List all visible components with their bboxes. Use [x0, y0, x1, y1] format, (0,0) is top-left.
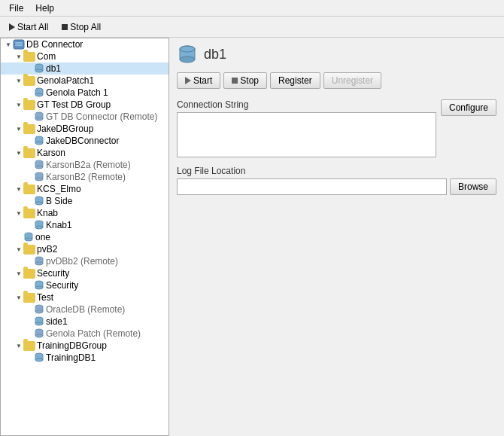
expand-btn-trainingdbgroup[interactable]: ▼	[14, 341, 23, 350]
start-button[interactable]: Start	[177, 72, 220, 89]
connection-string-section: Connection String Configure	[177, 99, 496, 160]
menu-file[interactable]: File	[3, 2, 29, 15]
tree-node-com[interactable]: ▼Com	[1, 50, 169, 63]
stop-all-label: Stop All	[70, 22, 101, 32]
tree-node-genola-patch-1[interactable]: Genola Patch 1	[1, 87, 169, 99]
tree-node-b-side[interactable]: B Side	[1, 195, 169, 207]
tree-node-kcs-elmo[interactable]: ▼KCS_Elmo	[1, 183, 169, 195]
action-buttons: Start Stop Register Unregister	[177, 72, 496, 89]
db-icon-one	[23, 232, 34, 242]
start-all-button[interactable]: Start All	[5, 20, 53, 34]
tree-node-genola-patch-remote[interactable]: Genola Patch (Remote)	[1, 328, 169, 340]
play-icon	[9, 23, 15, 31]
node-label-test: Test	[37, 292, 53, 303]
folder-icon-com	[23, 52, 35, 62]
tree-node-test[interactable]: ▼Test	[1, 291, 169, 303]
node-label-trainingdb1: TrainingDB1	[46, 352, 96, 363]
db-icon-gt-db-connector-remote	[34, 111, 44, 122]
svg-point-40	[35, 226, 43, 229]
log-file-input[interactable]	[177, 178, 447, 195]
tree-node-db-connector[interactable]: ▼DB Connector	[1, 38, 169, 50]
expand-btn-pvb2[interactable]: ▼	[14, 245, 23, 254]
tree-node-knab[interactable]: ▼Knab	[1, 207, 169, 219]
expand-btn-kcs-elmo[interactable]: ▼	[14, 184, 23, 194]
db-icon-security-leaf	[34, 280, 44, 291]
expand-btn-com[interactable]: ▼	[14, 52, 23, 61]
menu-help[interactable]: Help	[29, 2, 60, 15]
tree-node-side1[interactable]: side1	[1, 316, 169, 328]
expand-btn-genolapatch1[interactable]: ▼	[14, 76, 23, 85]
db-icon-jakedbconnector	[34, 136, 44, 146]
db-icon-db1	[34, 63, 44, 74]
expand-btn-security[interactable]: ▼	[14, 269, 23, 278]
db-icon-trainingdb1	[34, 352, 44, 363]
node-label-one: one	[35, 232, 50, 242]
expand-btn-db-connector[interactable]: ▼	[4, 40, 13, 49]
tree-node-pvb2[interactable]: ▼pvB2	[1, 243, 169, 255]
node-label-karsonb2a-remote: KarsonB2a (Remote)	[46, 160, 131, 170]
expand-btn-test[interactable]: ▼	[14, 293, 23, 302]
node-label-oracledb-remote: OracleDB (Remote)	[46, 304, 125, 315]
tree-node-jakedbgroup[interactable]: ▼JakeDBGroup	[1, 123, 169, 135]
tree-node-db1[interactable]: db1	[1, 63, 169, 75]
tree-node-gt-test-db-group[interactable]: ▼GT Test DB Group	[1, 99, 169, 111]
tree-node-security-leaf[interactable]: Security	[1, 279, 169, 291]
svg-point-50	[35, 262, 43, 265]
tree-node-genolapatch1[interactable]: ▼GenolaPatch1	[1, 75, 169, 87]
tree-node-karsonb2-remote[interactable]: KarsonB2 (Remote)	[1, 171, 169, 183]
stop-button[interactable]: Stop	[223, 72, 267, 89]
db-icon-karsonb2a-remote	[34, 160, 44, 170]
svg-rect-2	[15, 44, 23, 46]
svg-point-80	[180, 56, 195, 63]
browse-button[interactable]: Browse	[450, 178, 496, 195]
folder-icon-jakedbgroup	[23, 124, 35, 134]
tree-node-karsonb2a-remote[interactable]: KarsonB2a (Remote)	[1, 159, 169, 171]
configure-button[interactable]: Configure	[441, 99, 496, 116]
tree-panel[interactable]: ▼DB Connector▼Com db1▼GenolaPatch1 Genol…	[0, 38, 169, 436]
log-file-section: Log File Location Browse	[177, 166, 496, 195]
tree-node-pvdbb2-remote[interactable]: pvDBb2 (Remote)	[1, 255, 169, 267]
node-label-b-side: B Side	[46, 196, 72, 206]
tree-node-security[interactable]: ▼Security	[1, 267, 169, 279]
node-label-trainingdbgroup: TrainingDBGroup	[37, 340, 107, 351]
svg-point-20	[35, 142, 43, 145]
expand-btn-knab[interactable]: ▼	[14, 209, 23, 218]
right-panel: db1 Start Stop Register Unregister Conne…	[169, 38, 504, 436]
svg-point-15	[35, 117, 43, 120]
folder-icon-karson	[23, 148, 35, 158]
detail-title: db1	[204, 47, 226, 63]
svg-point-45	[25, 238, 32, 241]
node-label-security: Security	[37, 268, 69, 279]
detail-header: db1	[177, 45, 496, 63]
folder-icon-trainingdbgroup	[23, 341, 35, 351]
expand-btn-karson[interactable]: ▼	[14, 148, 23, 157]
expand-btn-jakedbgroup[interactable]: ▼	[14, 124, 23, 133]
node-label-jakedbconnector: JakeDBConnector	[46, 136, 119, 146]
node-label-security-leaf: Security	[46, 280, 78, 291]
svg-rect-1	[15, 42, 23, 44]
unregister-button[interactable]: Unregister	[323, 72, 381, 89]
root-icon	[13, 39, 25, 50]
db-icon-knab1	[34, 220, 44, 230]
svg-point-65	[35, 322, 43, 325]
folder-icon-gt-test-db-group	[23, 100, 35, 110]
node-label-pvb2: pvB2	[37, 244, 57, 255]
svg-point-25	[35, 166, 43, 169]
tree-node-trainingdb1[interactable]: TrainingDB1	[1, 352, 169, 364]
tree-node-oracledb-remote[interactable]: OracleDB (Remote)	[1, 303, 169, 316]
stop-all-button[interactable]: Stop All	[57, 20, 105, 34]
tree-node-trainingdbgroup[interactable]: ▼TrainingDBGroup	[1, 340, 169, 352]
menubar: File Help	[0, 0, 504, 17]
db-icon-b-side	[34, 196, 44, 206]
node-label-kcs-elmo: KCS_Elmo	[37, 184, 81, 194]
tree-node-karson[interactable]: ▼Karson	[1, 147, 169, 159]
register-button[interactable]: Register	[270, 72, 320, 89]
connection-string-input[interactable]	[177, 112, 436, 157]
tree-node-one[interactable]: one	[1, 231, 169, 243]
expand-btn-gt-test-db-group[interactable]: ▼	[14, 100, 23, 109]
start-play-icon	[185, 77, 191, 84]
tree-node-jakedbconnector[interactable]: JakeDBConnector	[1, 135, 169, 147]
tree-node-gt-db-connector-remote[interactable]: GT DB Connector (Remote)	[1, 111, 169, 123]
log-file-label: Log File Location	[177, 166, 496, 176]
tree-node-knab1[interactable]: Knab1	[1, 219, 169, 231]
